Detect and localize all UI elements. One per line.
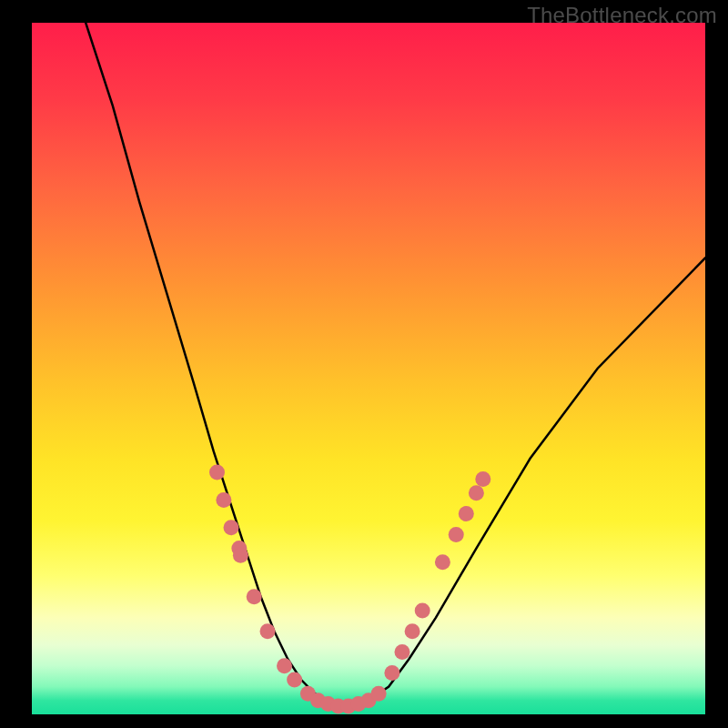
- marker-dot: [459, 506, 474, 521]
- watermark-text: TheBottleneck.com: [527, 3, 717, 28]
- marker-dot: [247, 589, 262, 604]
- plot-area: [32, 23, 705, 714]
- chart-svg: [32, 23, 705, 714]
- marker-dot: [224, 520, 239, 535]
- marker-dot: [209, 465, 225, 480]
- marker-dot: [435, 554, 450, 570]
- marker-dot: [233, 548, 248, 563]
- marker-dot: [405, 623, 420, 639]
- marker-dot: [287, 672, 302, 688]
- marker-dot: [415, 603, 430, 619]
- bottleneck-curve: [86, 23, 705, 707]
- marker-dot: [395, 644, 410, 660]
- marker-dot: [384, 665, 399, 681]
- chart-frame: TheBottleneck.com: [0, 0, 728, 728]
- marker-dot: [216, 492, 231, 508]
- marker-dot: [260, 623, 276, 639]
- marker-group: [209, 465, 490, 714]
- marker-dot: [475, 471, 490, 487]
- marker-dot: [371, 686, 387, 702]
- marker-dot: [277, 658, 292, 673]
- marker-dot: [449, 527, 464, 542]
- marker-dot: [469, 485, 484, 500]
